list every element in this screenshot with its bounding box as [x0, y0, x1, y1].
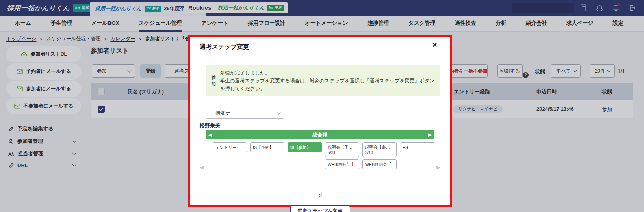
- step-column: IS【予約】: [250, 142, 284, 152]
- step-button-is-attended-selected[interactable]: IS【参加】: [288, 142, 322, 152]
- bulk-change-select[interactable]: 一括変更: [206, 108, 284, 119]
- scroll-down-bar[interactable]: [206, 192, 434, 199]
- notice-line-1: 処理が完了しました。: [220, 69, 435, 77]
- step-button-es[interactable]: ES: [400, 142, 434, 152]
- success-notice: 参加 処理が完了しました。 学生の選考ステップを変更する場合は、対象のステップを…: [206, 65, 440, 96]
- step-button-seminar-attended[interactable]: 説明会【参… 3/13: [362, 142, 397, 157]
- course-next-icon[interactable]: ▶: [428, 132, 432, 137]
- course-header-bar: ◀ 総合職 ▶: [206, 130, 434, 139]
- notice-line-2: 学生の選考ステップを変更する場合は、対象のステップを選択し「選考ステップを変更」…: [220, 77, 435, 93]
- step-button-is-reserved[interactable]: IS【予約】: [250, 142, 284, 152]
- course-prev-icon[interactable]: ◀: [208, 132, 212, 137]
- close-icon[interactable]: ×: [432, 41, 437, 49]
- step-column: 説明会【参… 3/13 WEB説明会【…: [362, 142, 397, 169]
- step-column: エントリー: [213, 142, 247, 152]
- step-column: ES: [400, 142, 434, 152]
- change-step-modal: 選考ステップ変更 × 参加 処理が完了しました。 学生の選考ステップを変更する場…: [188, 35, 452, 207]
- double-chevron-down-icon: [317, 193, 323, 198]
- bulk-change-value: 一括変更: [211, 110, 230, 117]
- carousel-prev-icon[interactable]: ◀: [200, 164, 204, 170]
- step-column: 説明会【予… 5/31 WEB説明会【…: [325, 142, 359, 169]
- step-button-entry[interactable]: エントリー: [213, 142, 247, 152]
- step-button-seminar-reserved[interactable]: 説明会【予… 5/31: [325, 142, 359, 157]
- step-carousel: ◀ ▶ ◀ 総合職 ▶ エントリー IS【予約】 IS【参加】: [200, 130, 440, 199]
- modal-title: 選考ステップ変更: [200, 43, 440, 51]
- step-label: 説明会【予…: [328, 144, 356, 150]
- step-label: 説明会【参…: [365, 144, 394, 150]
- step-date: 3/13: [365, 150, 394, 155]
- notice-prefix: 参加: [211, 74, 219, 87]
- step-grid: エントリー IS【予約】 IS【参加】 説明会【予… 5/31 WEB説明会【…: [206, 139, 434, 192]
- student-name: 松野朱美: [200, 122, 450, 129]
- course-name: 総合職: [212, 132, 428, 138]
- step-date: 5/31: [328, 150, 356, 155]
- step-button-web-seminar[interactable]: WEB説明会【…: [325, 159, 359, 169]
- notice-text: 処理が完了しました。 学生の選考ステップを変更する場合は、対象のステップを選択し…: [220, 69, 435, 93]
- modal-title-divider: [200, 56, 440, 56]
- course-panel: ◀ 総合職 ▶ エントリー IS【予約】 IS【参加】 説明会【予… 5/31: [206, 130, 434, 199]
- chevron-down-icon: [277, 110, 281, 114]
- step-button-web-seminar[interactable]: WEB説明会【…: [362, 159, 397, 169]
- submit-change-step-button[interactable]: 選考ステップを変更: [290, 205, 350, 212]
- step-column: IS【参加】: [288, 142, 322, 152]
- carousel-next-icon[interactable]: ▶: [436, 164, 440, 170]
